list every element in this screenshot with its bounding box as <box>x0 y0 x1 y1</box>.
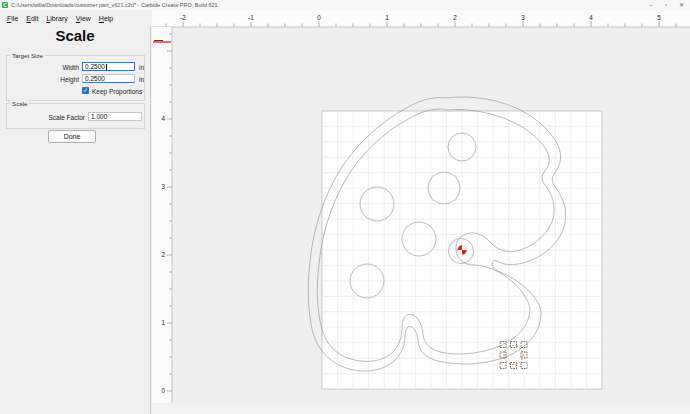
width-input[interactable]: 0.2500 <box>82 62 135 71</box>
window-title: C:/Users/willa/Downloads/customer part_v… <box>11 2 649 8</box>
keep-proportions-label: Keep Proportions <box>92 88 142 95</box>
ruler-label-h: 1 <box>385 14 389 21</box>
width-label: Width <box>7 64 79 71</box>
scale-group: Scale Scale Factor 1.000 <box>6 103 145 129</box>
canvas-area: -2-101234543210 <box>152 10 690 414</box>
maximize-button[interactable]: ▫ <box>665 0 667 10</box>
target-size-group: Target Size Width 0.2500 in Height 0.250… <box>6 55 145 101</box>
ruler-label-v: 0 <box>161 387 165 394</box>
height-value: 0.2500 <box>85 75 105 82</box>
scale-factor-value: 1.000 <box>91 113 107 120</box>
menu-view[interactable]: View <box>72 14 95 23</box>
vertical-ruler[interactable] <box>152 27 172 403</box>
height-label: Height <box>7 76 79 83</box>
keep-proportions-checkbox[interactable]: ✓ <box>82 87 89 94</box>
menu-help[interactable]: Help <box>95 14 117 23</box>
ruler-label-h: 5 <box>657 14 661 21</box>
ruler-label-h: -1 <box>248 14 254 21</box>
page-title: Scale <box>0 27 150 44</box>
scale-factor-input[interactable]: 1.000 <box>88 112 142 121</box>
ruler-label-v: 3 <box>161 183 165 190</box>
close-button[interactable]: ✕ <box>679 0 684 10</box>
design-canvas[interactable]: -2-101234543210 <box>152 10 690 414</box>
height-input[interactable]: 0.2500 <box>82 74 135 83</box>
scale-legend: Scale <box>10 100 29 107</box>
ruler-label-h: 3 <box>521 14 525 21</box>
ruler-label-v: 2 <box>161 251 165 258</box>
app-icon: C <box>2 2 8 8</box>
ruler-label-h: 4 <box>589 14 593 21</box>
ruler-label-h: -2 <box>180 14 186 21</box>
ruler-label-v: 4 <box>161 115 165 122</box>
minimize-button[interactable]: – <box>649 0 652 10</box>
title-bar: C C:/Users/willa/Downloads/customer part… <box>0 0 690 10</box>
ruler-label-v: 1 <box>161 319 165 326</box>
ruler-label-h: 0 <box>317 14 321 21</box>
done-button[interactable]: Done <box>48 130 96 143</box>
menu-edit[interactable]: Edit <box>22 14 42 23</box>
ruler-label-h: 2 <box>453 14 457 21</box>
scale-panel: Scale Target Size Width 0.2500 in Height… <box>0 26 151 414</box>
width-unit: in <box>139 64 144 71</box>
scale-factor-label: Scale Factor <box>7 114 85 121</box>
width-value: 0.2500 <box>85 63 105 70</box>
menu-bar: File Edit Library View Help <box>0 10 154 26</box>
height-unit: in <box>139 76 144 83</box>
menu-file[interactable]: File <box>3 14 22 23</box>
text-caret <box>106 64 107 70</box>
target-size-legend: Target Size <box>10 52 45 59</box>
bottom-strip <box>152 403 690 414</box>
menu-library[interactable]: Library <box>42 14 71 23</box>
